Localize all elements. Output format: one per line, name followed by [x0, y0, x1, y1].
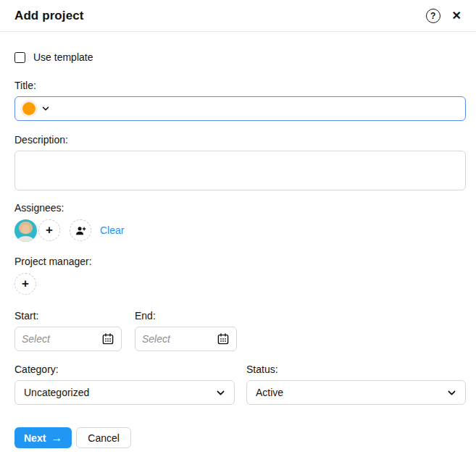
start-label: Start: — [14, 310, 122, 322]
category-select[interactable]: Uncategorized — [14, 380, 235, 405]
title-input-container[interactable] — [14, 96, 466, 121]
selects-row: Category: Uncategorized Status: Active — [14, 364, 466, 405]
color-swatch-icon[interactable] — [22, 102, 36, 115]
description-textarea[interactable] — [14, 151, 466, 190]
chevron-down-icon — [216, 388, 225, 398]
next-button-label: Next — [24, 432, 46, 444]
assignees-row: + Clear — [14, 219, 466, 242]
cancel-button[interactable]: Cancel — [76, 427, 131, 448]
project-manager-row: + — [14, 272, 466, 295]
plus-icon: + — [22, 277, 29, 290]
category-field: Category: Uncategorized — [14, 364, 235, 405]
start-date-input[interactable] — [22, 327, 101, 350]
add-assignee-button[interactable]: + — [38, 219, 60, 241]
avatar-face — [22, 224, 30, 234]
status-select[interactable]: Active — [246, 380, 466, 405]
clear-assignees-link[interactable]: Clear — [100, 224, 124, 236]
status-field: Status: Active — [246, 364, 466, 405]
chevron-down-icon — [447, 388, 456, 398]
next-button[interactable]: Next → — [14, 427, 72, 448]
status-label: Status: — [246, 364, 466, 375]
end-date-input-container[interactable] — [135, 327, 237, 351]
category-value: Uncategorized — [24, 387, 89, 398]
end-date-field: End: — [135, 310, 237, 351]
project-manager-label: Project manager: — [14, 256, 466, 267]
use-template-label: Use template — [33, 51, 93, 63]
plus-icon: + — [46, 224, 53, 236]
start-date-field: Start: — [14, 310, 122, 351]
end-label: End: — [135, 310, 237, 322]
calendar-icon[interactable] — [217, 332, 230, 345]
calendar-icon[interactable] — [101, 332, 114, 345]
category-label: Category: — [14, 364, 235, 375]
title-input[interactable] — [56, 97, 458, 120]
dialog-footer: Next → Cancel — [14, 427, 466, 448]
description-label: Description: — [14, 134, 466, 146]
close-icon[interactable]: ✕ — [452, 10, 462, 22]
dialog-header: Add project ? ✕ — [0, 0, 476, 32]
add-group-button[interactable] — [70, 219, 91, 241]
title-label: Title: — [14, 80, 466, 91]
add-project-dialog: Add project ? ✕ Use template Title: Desc… — [0, 0, 476, 462]
status-value: Active — [256, 387, 283, 398]
end-date-input[interactable] — [142, 327, 217, 350]
add-project-manager-button[interactable]: + — [14, 273, 36, 295]
use-template-checkbox[interactable] — [14, 52, 25, 63]
help-icon[interactable]: ? — [426, 9, 440, 23]
dates-row: Start: — [14, 310, 466, 351]
dialog-body: Use template Title: Description: Assigne… — [0, 32, 476, 448]
avatar-shirt — [17, 236, 34, 242]
chevron-down-icon[interactable] — [41, 104, 50, 113]
page-title: Add project — [14, 9, 84, 23]
person-add-icon — [75, 224, 87, 237]
assignee-avatar[interactable] — [14, 219, 37, 242]
assignees-label: Assignees: — [14, 202, 466, 214]
start-date-input-container[interactable] — [14, 327, 122, 351]
arrow-right-icon: → — [51, 432, 62, 444]
use-template-row: Use template — [14, 51, 466, 63]
